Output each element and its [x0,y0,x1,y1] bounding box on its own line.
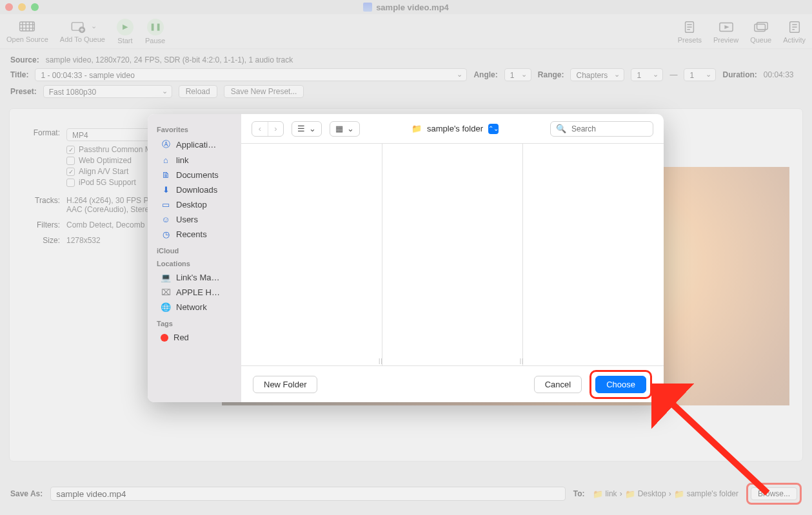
new-folder-button[interactable]: New Folder [253,376,317,393]
title-select[interactable]: 1 - 00:04:33 - sample video [35,68,467,81]
filters-value: Comb Detect, Decomb [66,220,144,229]
tracks-value-2: AAC (CoreAudio), Stereo [66,205,159,214]
traffic-lights [5,3,39,11]
range-type-select[interactable]: Chapters [570,68,624,81]
queue-button[interactable]: Queue [750,19,771,44]
info-area: Source: sample video, 1280x720, 24 FPS, … [0,49,812,104]
browse-highlight: Browse... [746,483,802,505]
search-input[interactable] [570,124,648,134]
file-chooser-dialog: Favorites ⒶApplicati… ⌂link 🗎Documents ⬇… [148,114,664,402]
minimize-window-button[interactable] [18,3,26,11]
pause-button[interactable]: ❚❚ Pause [145,19,165,44]
start-button[interactable]: ▶ Start [117,19,134,44]
sidebar-item-users[interactable]: ☺Users [157,212,241,227]
range-from-select[interactable]: 1 [631,68,663,81]
sidebar-item-apple-hdd[interactable]: ⌧APPLE H… [157,285,241,300]
saveas-input[interactable] [50,487,566,501]
search-field[interactable]: 🔍 [550,121,653,137]
file-column[interactable] [523,144,664,365]
sidebar-item-link[interactable]: ⌂link [157,153,241,168]
film-reel-icon [17,19,37,34]
title-label: Title: [10,70,28,79]
document-icon: 🗎 [161,170,171,180]
fullscreen-window-button[interactable] [31,3,39,11]
sidebar-item-network[interactable]: 🌐Network [157,300,241,315]
window-title: sample video.mp4 [0,3,812,12]
laptop-icon: 💻 [161,273,171,282]
dropdown-caret-icon: ⌃⌄ [488,124,499,134]
chevron-down-icon[interactable]: ⌄ [91,22,97,30]
choose-highlight: Choose [589,370,652,399]
sidebar-header-tags: Tags [157,320,241,327]
reload-button[interactable]: Reload [179,85,217,98]
nav-forward-button[interactable]: › [268,122,283,136]
preset-label: Preset: [10,87,37,96]
sidebar-item-applications[interactable]: ⒶApplicati… [157,136,241,153]
globe-icon: 🌐 [161,302,171,312]
clock-icon: ◷ [161,229,171,239]
format-label: Format: [24,128,60,141]
preset-select[interactable]: Fast 1080p30 [43,85,172,98]
preview-button[interactable]: Preview [713,19,738,44]
file-chooser-sidebar: Favorites ⒶApplicati… ⌂link 🗎Documents ⬇… [148,114,241,402]
sidebar-item-documents[interactable]: 🗎Documents [157,168,241,182]
browse-button[interactable]: Browse... [751,487,797,500]
titlebar: sample video.mp4 [0,0,812,14]
queue-icon [751,19,771,35]
sidebar-item-downloads[interactable]: ⬇Downloads [157,182,241,197]
presets-button[interactable]: Presets [678,19,702,44]
sidebar-header-locations: Locations [157,260,241,267]
grid-icon: ▦ [335,124,343,133]
range-to-select[interactable]: 1 [684,68,716,81]
destination-breadcrumb[interactable]: 📁link› 📁Desktop› 📁sample's folder [593,489,738,499]
angle-select[interactable]: 1 [504,68,531,81]
tracks-label: Tracks: [24,196,60,214]
pause-icon: ❚❚ [147,19,164,35]
open-source-button[interactable]: Open Source [6,19,48,44]
checkbox-checked-icon: ✓ [66,168,75,176]
duration-value: 00:04:33 [764,70,794,79]
add-to-queue-button[interactable]: ⌄ Add To Queue [60,19,105,44]
chevron-down-icon: ⌄ [309,124,316,133]
angle-label: Angle: [473,70,497,79]
document-icon [363,3,372,12]
cancel-button[interactable]: Cancel [534,376,582,393]
file-chooser-footer: New Folder Cancel Choose [241,366,664,402]
range-dash: — [669,70,677,79]
app-icon: Ⓐ [161,139,171,150]
tag-red-icon [161,334,168,342]
location-dropdown[interactable]: 📁 sample's folder ⌃⌄ [406,121,504,137]
checkbox-checked-icon: ✓ [66,146,75,154]
view-columns-button[interactable]: ☰⌄ [292,121,322,137]
sidebar-header-favorites: Favorites [157,126,241,133]
sidebar-header-icloud: iCloud [157,247,241,255]
file-chooser-columns: || || [241,144,664,366]
size-value: 1278x532 [66,236,101,245]
sidebar-item-recents[interactable]: ◷Recents [157,227,241,242]
sidebar-item-links-mac[interactable]: 💻Link's Ma… [157,270,241,285]
home-icon: ⌂ [161,155,171,165]
nav-back-button[interactable]: ‹ [252,122,268,136]
choose-button[interactable]: Choose [595,376,646,393]
file-column[interactable]: || [382,144,524,365]
to-label: To: [573,489,585,498]
close-window-button[interactable] [5,3,13,11]
size-label: Size: [24,236,60,245]
activity-icon [784,19,805,35]
tracks-value: H.264 (x264), 30 FPS PFR [66,196,159,205]
range-label: Range: [538,70,564,79]
file-column[interactable]: || [241,144,382,365]
activity-button[interactable]: Activity [783,19,806,44]
play-icon: ▶ [117,19,134,35]
save-preset-button[interactable]: Save New Preset... [224,85,304,98]
sidebar-item-desktop[interactable]: ▭Desktop [157,197,241,212]
preview-icon [716,19,737,35]
checkbox-unchecked-icon [66,157,75,165]
view-options-button[interactable]: ▦⌄ [330,121,360,137]
folder-icon: 📁 [411,124,422,133]
sidebar-item-tag-red[interactable]: Red [157,330,241,345]
checkbox-unchecked-icon [66,179,75,187]
saveas-label: Save As: [10,489,43,498]
svg-rect-6 [757,22,767,29]
users-icon: ☺ [161,215,171,224]
